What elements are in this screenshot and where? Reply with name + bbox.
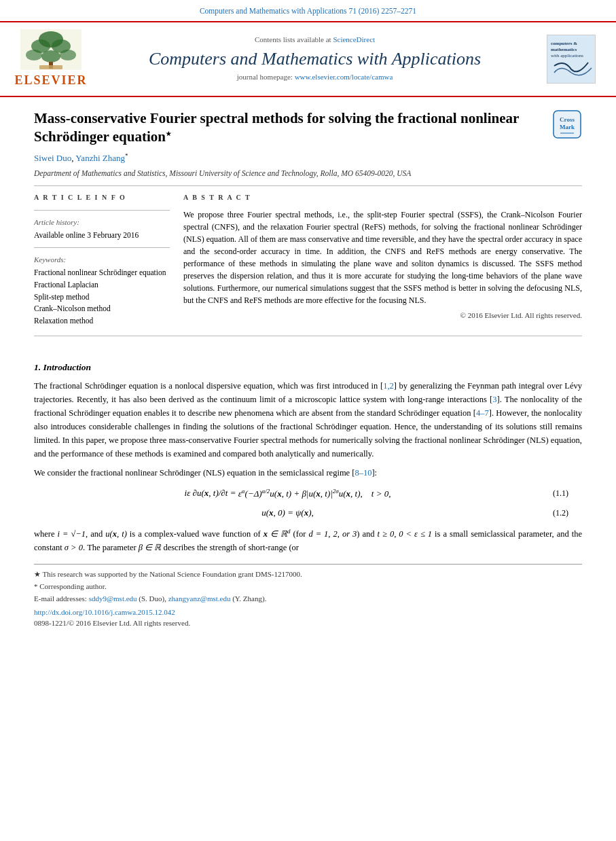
author1[interactable]: Siwei Duo (34, 154, 71, 164)
footnote-area: ★ This research was supported by the Nat… (34, 564, 582, 605)
divider-2 (34, 336, 582, 336)
author-star: * (125, 152, 128, 159)
intro-paragraph-3: where i = √−1, and u(x, t) is a complex-… (34, 526, 582, 554)
keyword-4: Relaxation method (34, 315, 170, 327)
intro-paragraph-2: We consider the fractional nonlinear Sch… (34, 466, 582, 480)
journal-cover-image: computers & mathematics with application… (547, 35, 595, 83)
svg-point-5 (41, 50, 60, 62)
affiliation: Department of Mathematics and Statistics… (34, 168, 582, 179)
equation-1-2: u(x, 0) = ψ(x), (1.2) (34, 507, 582, 520)
section-1-heading: 1. Introduction (34, 361, 582, 374)
email-1[interactable]: sddy9@mst.edu (89, 594, 137, 603)
eq2-content: u(x, 0) = ψ(x), (48, 507, 528, 520)
article-title: Mass-conservative Fourier spectral metho… (34, 109, 523, 147)
doi-link[interactable]: http://dx.doi.org/10.1016/j.camwa.2015.1… (34, 608, 175, 616)
journal-name: Computers and Mathematics with Applicati… (101, 48, 529, 69)
abstract-text: We propose three Fourier spectral method… (183, 209, 582, 306)
intro-paragraph-1: The fractional Schrödinger equation is a… (34, 379, 582, 461)
abstract-col: A B S T R A C T We propose three Fourier… (183, 193, 582, 327)
svg-text:Cross: Cross (560, 116, 575, 123)
article-info-heading: A R T I C L E I N F O (34, 193, 170, 203)
top-bar: Computers and Mathematics with Applicati… (0, 0, 616, 21)
crossmark-logo[interactable]: Cross Mark (552, 109, 582, 143)
ref-1[interactable]: 1,2 (383, 381, 394, 391)
svg-text:Mark: Mark (560, 124, 575, 130)
equation-1-1: iε ∂u(x, t)/∂t = εα(−Δ)α/2u(x, t) + β|u(… (34, 486, 582, 500)
elsevier-brand: ELSEVIER (14, 71, 87, 89)
journal-thumbnail: computers & mathematics with application… (547, 35, 596, 84)
copyright-line: © 2016 Elsevier Ltd. All rights reserved… (183, 310, 582, 321)
history-label: Article history: (34, 217, 170, 228)
sciencedirect-line: Contents lists available at ScienceDirec… (101, 35, 529, 46)
ref-8-10[interactable]: 8–10 (355, 468, 372, 478)
doi-line: http://dx.doi.org/10.1016/j.camwa.2015.1… (34, 607, 582, 618)
footnote-email: E-mail addresses: sddy9@mst.edu (S. Duo)… (34, 593, 582, 605)
keyword-0: Fractional nonlinear Schrödinger equatio… (34, 267, 170, 279)
svg-point-6 (60, 50, 76, 60)
body-section: 1. Introduction The fractional Schröding… (0, 344, 616, 555)
journal-citation: Computers and Mathematics with Applicati… (200, 7, 416, 15)
keyword-3: Crank–Nicolson method (34, 303, 170, 315)
footnote-corresponding: * Corresponding author. (34, 581, 582, 593)
journal-header: ELSEVIER Contents lists available at Sci… (0, 21, 616, 97)
and-word: and (90, 529, 103, 539)
header-right: computers & mathematics with application… (541, 35, 596, 84)
article-section: Mass-conservative Fourier spectral metho… (0, 97, 616, 327)
authors-line: Siwei Duo, Yanzhi Zhang* (34, 151, 582, 165)
header-center: Contents lists available at ScienceDirec… (101, 35, 529, 83)
history-date: Available online 3 February 2016 (34, 230, 170, 241)
email-2[interactable]: zhangyanz@mst.edu (168, 594, 231, 603)
eq1-content: iε ∂u(x, t)/∂t = εα(−Δ)α/2u(x, t) + β|u(… (48, 486, 528, 500)
bottom-bar: http://dx.doi.org/10.1016/j.camwa.2015.1… (0, 605, 616, 636)
svg-text:with applications: with applications (551, 53, 583, 58)
keyword-2: Split-step method (34, 291, 170, 303)
svg-text:computers &: computers & (551, 41, 577, 46)
author2[interactable]: Yanzhi Zhang (75, 154, 125, 164)
two-column-layout: A R T I C L E I N F O Article history: A… (34, 193, 582, 327)
abstract-heading: A B S T R A C T (183, 193, 582, 203)
svg-point-4 (26, 50, 42, 60)
keywords-label: Keywords: (34, 255, 170, 266)
footnote-star: ★ This research was supported by the Nat… (34, 569, 582, 581)
elsevier-logo: ELSEVIER (14, 29, 88, 89)
sciencedirect-link[interactable]: ScienceDirect (333, 35, 375, 43)
title-footnote-star: ★ (166, 130, 171, 137)
eq2-number: (1.2) (528, 507, 568, 519)
keyword-1: Fractional Laplacian (34, 279, 170, 291)
crossmark-area: Mass-conservative Fourier spectral metho… (34, 109, 582, 152)
info-divider (34, 210, 170, 211)
homepage-line: journal homepage: www.elsevier.com/locat… (101, 72, 529, 83)
homepage-link[interactable]: www.elsevier.com/locate/camwa (295, 73, 393, 81)
issn-line: 0898-1221/© 2016 Elsevier Ltd. All right… (34, 618, 582, 629)
svg-text:mathematics: mathematics (551, 47, 577, 52)
elsevier-tree-icon (20, 29, 81, 70)
ref-3[interactable]: 3 (492, 395, 496, 404)
keywords-divider (34, 247, 170, 248)
article-info-col: A R T I C L E I N F O Article history: A… (34, 193, 170, 327)
eq1-number: (1.1) (528, 488, 568, 499)
ref-4-7[interactable]: 4–7 (476, 408, 489, 418)
svg-rect-8 (39, 65, 62, 69)
divider-1 (34, 185, 582, 186)
